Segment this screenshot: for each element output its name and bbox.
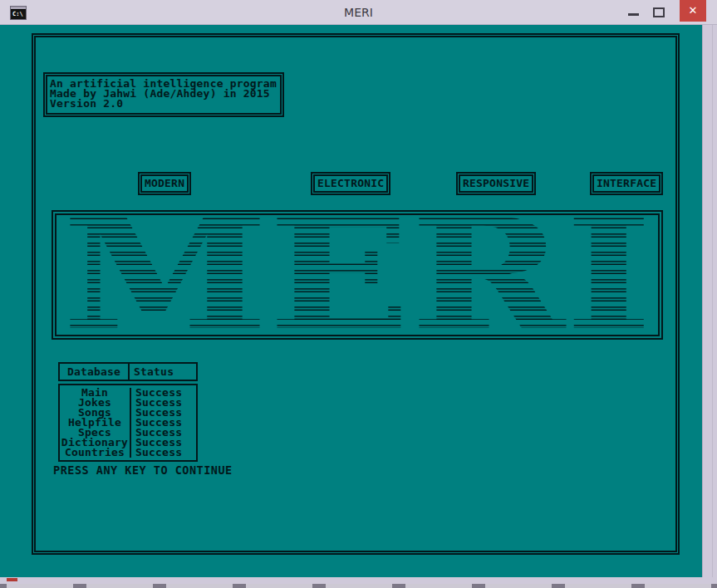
ascii-art-meri: MERI [56,214,659,334]
console-screen: An artificial intelligence program Made … [0,25,702,577]
database-table-body: Main Success Jokes Success Songs Success… [58,384,198,462]
ascii-art-text: MERI [62,214,652,334]
button-responsive-label: RESPONSIVE [459,174,533,193]
about-line-3: Version 2.0 [50,99,277,109]
taskbar-edge [0,584,717,588]
ascii-art-box: MERI [52,210,663,340]
about-box: An artificial intelligence program Made … [43,72,284,117]
cell-database: Countries [60,448,130,458]
header-status: Status [130,364,196,380]
minimize-icon[interactable] [628,13,639,16]
cell-status: Success [130,448,196,458]
database-table-header: Database Status [58,362,198,381]
red-dash-artifact [7,578,17,581]
vertical-scrollbar[interactable] [702,25,717,588]
button-modern[interactable]: MODERN [138,172,191,195]
window-title: MERI [0,0,717,25]
close-button[interactable]: ✕ [680,0,706,22]
button-electronic-label: ELECTRONIC [313,174,388,193]
vertical-scrollbar-line [712,25,713,588]
button-interface[interactable]: INTERFACE [590,172,663,195]
titlebar: C:\ MERI ✕ [0,0,717,25]
header-database: Database [60,364,130,380]
press-any-key-prompt: PRESS ANY KEY TO CONTINUE [53,465,233,475]
button-modern-label: MODERN [140,174,189,193]
button-responsive[interactable]: RESPONSIVE [456,172,536,195]
table-row: Countries Success [60,448,196,458]
button-electronic[interactable]: ELECTRONIC [311,172,390,195]
button-interface-label: INTERFACE [592,174,661,193]
maximize-icon[interactable] [653,7,665,17]
